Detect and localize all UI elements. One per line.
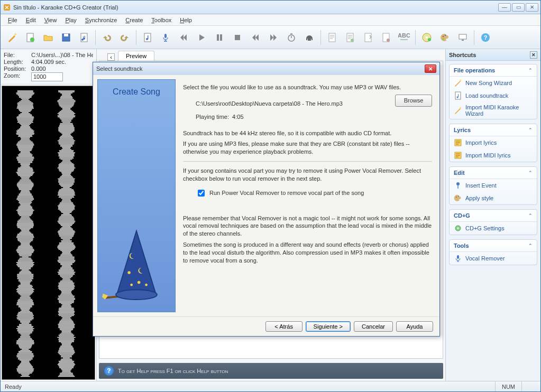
wizard-icon[interactable] — [4, 29, 21, 46]
svg-rect-450 — [58, 257, 74, 257]
svg-rect-93 — [19, 156, 32, 156]
shortcut-cdg-settings[interactable]: CD+G Settings — [450, 222, 537, 235]
svg-rect-126 — [21, 191, 30, 192]
forward-icon[interactable] — [265, 29, 282, 46]
svg-rect-449 — [60, 256, 72, 256]
svg-rect-62 — [17, 122, 33, 123]
play-icon[interactable] — [193, 29, 210, 46]
browse-button[interactable]: Browse — [395, 95, 432, 107]
svg-rect-210 — [21, 283, 30, 283]
help-bar[interactable]: ? To get Help press F1 or click Help but… — [99, 363, 443, 379]
abc-icon[interactable]: ABC — [396, 29, 412, 46]
svg-rect-206 — [17, 278, 33, 279]
svg-rect-86 — [18, 148, 32, 148]
monitor-icon[interactable] — [454, 29, 471, 46]
doc4-icon[interactable] — [378, 29, 395, 46]
pause-icon[interactable] — [211, 29, 228, 46]
svg-rect-147 — [19, 214, 32, 215]
maximize-button[interactable]: ▭ — [512, 3, 525, 12]
shortcut-import-lyrics[interactable]: Import lyrics — [450, 136, 537, 149]
svg-rect-36 — [16, 94, 34, 94]
skip-back-icon[interactable] — [175, 29, 192, 46]
svg-rect-448 — [61, 255, 72, 255]
svg-rect-10 — [164, 34, 167, 38]
note-icon[interactable] — [139, 29, 156, 46]
group-file-operations[interactable]: File operations⌃ — [450, 64, 537, 77]
menu-edit[interactable]: Edit — [22, 16, 40, 24]
shortcut-load-soundtrack[interactable]: Load soundtrack — [450, 89, 537, 102]
headphones-icon[interactable] — [301, 29, 318, 46]
menu-help[interactable]: Help — [176, 16, 196, 24]
dialog-close-icon[interactable]: ✕ — [425, 64, 436, 73]
undo-icon[interactable] — [98, 29, 115, 46]
svg-rect-197 — [20, 268, 31, 269]
doc2-icon[interactable] — [342, 29, 359, 46]
cancel-button[interactable]: Cancelar — [354, 321, 393, 332]
svg-rect-270 — [20, 348, 31, 348]
svg-rect-134 — [18, 200, 33, 201]
svg-rect-78 — [21, 139, 30, 140]
redo-icon[interactable] — [116, 29, 133, 46]
svg-rect-478 — [59, 287, 75, 287]
waveform-view[interactable]: (function(){ var svg = document.currentS… — [2, 86, 95, 380]
menu-toolbox[interactable]: Toolbox — [147, 16, 176, 24]
menu-play[interactable]: Play — [61, 16, 80, 24]
save-icon[interactable] — [58, 29, 75, 46]
svg-rect-518 — [61, 331, 71, 331]
group-edit[interactable]: Edit⌃ — [450, 167, 537, 179]
close-button[interactable]: ✕ — [526, 3, 538, 12]
timer-icon[interactable] — [283, 29, 300, 46]
svg-rect-370 — [59, 170, 74, 170]
svg-rect-513 — [58, 325, 75, 325]
svg-rect-55 — [19, 114, 32, 115]
group-cdg[interactable]: CD+G⌃ — [450, 210, 537, 222]
svg-rect-256 — [19, 333, 32, 333]
menu-synchronize[interactable]: Synchronize — [81, 16, 122, 24]
new-file-icon[interactable] — [22, 29, 39, 46]
stop-icon[interactable] — [229, 29, 246, 46]
tab-preview[interactable]: Preview — [118, 51, 154, 61]
shortcut-vocal-remover[interactable]: Vocal Remover — [450, 252, 537, 265]
shortcuts-close-icon[interactable]: ✕ — [530, 51, 537, 59]
svg-rect-467 — [60, 275, 73, 276]
tab-prev-icon[interactable]: ‹ — [107, 53, 115, 61]
svg-rect-432 — [60, 237, 72, 238]
svg-rect-465 — [58, 273, 74, 274]
group-tools[interactable]: Tools⌃ — [450, 240, 537, 252]
doc1-icon[interactable] — [324, 29, 341, 46]
svg-rect-310 — [59, 105, 74, 105]
menu-create[interactable]: Create — [121, 16, 147, 24]
zoom-input[interactable]: 1000 — [31, 72, 63, 81]
svg-rect-213 — [18, 286, 33, 286]
shortcut-apply-style[interactable]: Apply style — [450, 192, 537, 204]
shortcut-insert-event[interactable]: Insert Event — [450, 179, 537, 192]
back-button[interactable]: < Atrás — [265, 321, 302, 332]
help-icon[interactable]: ? — [477, 29, 494, 46]
microphone-icon[interactable] — [157, 29, 174, 46]
disc-icon[interactable] — [418, 29, 435, 46]
shortcut-import-midi-wizard[interactable]: Import MIDI Karaoke Wizard — [450, 102, 537, 119]
doc3-icon[interactable] — [360, 29, 377, 46]
load-audio-icon[interactable] — [76, 29, 93, 46]
minimize-button[interactable]: — — [498, 3, 511, 12]
shortcut-new-song-wizard[interactable]: New Song Wizard — [450, 77, 537, 89]
menu-file[interactable]: File — [4, 16, 22, 24]
vocal-remover-checkbox[interactable] — [198, 190, 205, 197]
svg-rect-392 — [58, 194, 75, 194]
help-button[interactable]: Ayuda — [396, 321, 433, 332]
group-lyrics[interactable]: Lyrics⌃ — [450, 124, 537, 136]
menu-view[interactable]: View — [40, 16, 61, 24]
svg-rect-331 — [58, 127, 75, 128]
rewind-icon[interactable] — [247, 29, 264, 46]
svg-rect-167 — [16, 236, 34, 237]
shortcut-import-midi-lyrics[interactable]: Import MIDI lyrics — [450, 149, 537, 162]
svg-rect-203 — [17, 275, 33, 276]
svg-rect-125 — [21, 190, 30, 191]
next-button[interactable]: Siguiente > — [306, 321, 351, 332]
palette-icon[interactable] — [436, 29, 453, 46]
open-folder-icon[interactable] — [40, 29, 57, 46]
svg-rect-57 — [17, 117, 34, 117]
svg-rect-183 — [19, 254, 32, 254]
svg-rect-354 — [58, 152, 75, 153]
svg-rect-548 — [58, 363, 75, 363]
